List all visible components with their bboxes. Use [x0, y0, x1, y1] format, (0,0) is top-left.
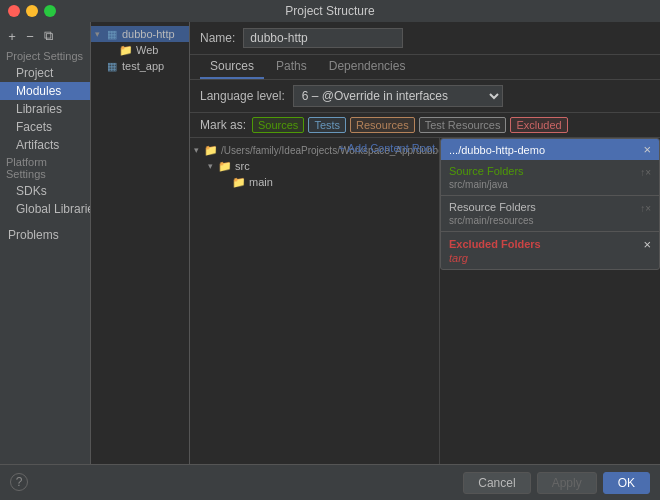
- tree-arrow-root: ▾: [194, 145, 204, 155]
- info-panel-close-icon[interactable]: ×: [643, 142, 651, 157]
- info-panel-header: .../dubbo-http-demo ×: [441, 139, 659, 160]
- source-folders-path: src/main/java: [449, 179, 651, 190]
- tabs-row: Sources Paths Dependencies: [190, 55, 660, 80]
- content-panel: Name: Sources Paths Dependencies Languag…: [190, 22, 660, 464]
- tree-item-web[interactable]: 📁 Web: [91, 42, 189, 58]
- maximize-button[interactable]: [44, 5, 56, 17]
- help-icon: ?: [16, 475, 23, 489]
- sidebar-item-artifacts[interactable]: Artifacts: [0, 136, 90, 154]
- language-level-label: Language level:: [200, 89, 285, 103]
- excluded-folders-section: Excluded Folders × targ: [441, 232, 659, 269]
- tree-label-testapp: test_app: [122, 60, 164, 72]
- apply-button[interactable]: Apply: [537, 472, 597, 494]
- title-bar: Project Structure: [0, 0, 660, 22]
- resource-folders-section: Resource Folders ↑× src/main/resources: [441, 196, 659, 232]
- language-level-select[interactable]: 6 – @Override in interfaces 7 – Diamonds…: [293, 85, 503, 107]
- module-icon-dubbo: ▦: [105, 27, 119, 41]
- tree-label-dubbo: dubbo-http: [122, 28, 175, 40]
- platform-settings-label: Platform Settings: [0, 154, 90, 182]
- tree-label-web: Web: [136, 44, 158, 56]
- tree-item-testapp[interactable]: ▦ test_app: [91, 58, 189, 74]
- sidebar-item-facets[interactable]: Facets: [0, 118, 90, 136]
- folder-icon-src: 📁: [218, 159, 232, 173]
- language-level-row: Language level: 6 – @Override in interfa…: [190, 80, 660, 113]
- window-title: Project Structure: [285, 4, 374, 18]
- file-tree: ▾ 📁 /Users/family/IdeaProjects/Workspace…: [190, 138, 440, 464]
- name-label: Name:: [200, 31, 235, 45]
- file-item-main[interactable]: 📁 main: [190, 174, 439, 190]
- sidebar-toolbar: + − ⧉: [0, 26, 90, 46]
- source-shortcut: ↑×: [640, 167, 651, 178]
- folder-icon-main: 📁: [232, 175, 246, 189]
- sidebar-item-global-libraries[interactable]: Global Libraries: [0, 200, 90, 218]
- mark-badge-sources[interactable]: Sources: [252, 117, 304, 133]
- mark-badge-testresources[interactable]: Test Resources: [419, 117, 507, 133]
- mark-as-label: Mark as:: [200, 118, 246, 132]
- file-item-src[interactable]: ▾ 📁 src: [190, 158, 439, 174]
- folder-icon-web: 📁: [119, 43, 133, 57]
- source-folders-row: Source Folders ↑×: [449, 165, 651, 179]
- sidebar-item-libraries[interactable]: Libraries: [0, 100, 90, 118]
- excluded-folders-row: Excluded Folders ×: [449, 237, 651, 252]
- sidebar-item-problems[interactable]: Problems: [0, 226, 90, 244]
- remove-icon[interactable]: −: [22, 28, 38, 44]
- source-folders-section: Source Folders ↑× src/main/java: [441, 160, 659, 196]
- excluded-text: targ: [449, 252, 651, 264]
- tab-dependencies[interactable]: Dependencies: [319, 55, 416, 79]
- sources-area: ▾ 📁 /Users/family/IdeaProjects/Workspace…: [190, 138, 660, 464]
- name-row: Name:: [190, 22, 660, 55]
- name-input[interactable]: [243, 28, 403, 48]
- tree-arrow-src: ▾: [208, 161, 218, 171]
- resource-folders-path: src/main/resources: [449, 215, 651, 226]
- tree-arrow-dubbo: ▾: [95, 29, 105, 39]
- copy-icon[interactable]: ⧉: [40, 28, 56, 44]
- window-controls[interactable]: [8, 5, 56, 17]
- main-content: + − ⧉ Project Settings Project Modules L…: [0, 22, 660, 464]
- excluded-folders-label: Excluded Folders: [449, 238, 541, 250]
- add-icon[interactable]: +: [4, 28, 20, 44]
- tree-item-dubbo-http[interactable]: ▾ ▦ dubbo-http: [91, 26, 189, 42]
- sidebar: + − ⧉ Project Settings Project Modules L…: [0, 22, 90, 464]
- folder-icon-root: 📁: [204, 143, 218, 157]
- info-panel-title: .../dubbo-http-demo: [449, 144, 545, 156]
- source-folders-label: Source Folders: [449, 165, 524, 177]
- cancel-button[interactable]: Cancel: [463, 472, 530, 494]
- mark-badge-excluded[interactable]: Excluded: [510, 117, 567, 133]
- info-panel: .../dubbo-http-demo × Source Folders ↑× …: [440, 138, 660, 270]
- tab-paths[interactable]: Paths: [266, 55, 317, 79]
- module-tree-panel: ▾ ▦ dubbo-http 📁 Web ▦ test_app: [90, 22, 190, 464]
- tab-sources[interactable]: Sources: [200, 55, 264, 79]
- add-content-root-btn[interactable]: + Add Content Root: [339, 142, 435, 154]
- mark-badge-resources[interactable]: Resources: [350, 117, 415, 133]
- sidebar-item-modules[interactable]: Modules: [0, 82, 90, 100]
- excluded-close-icon[interactable]: ×: [643, 237, 651, 252]
- resource-shortcut: ↑×: [640, 203, 651, 214]
- mark-as-row: Mark as: Sources Tests Resources Test Re…: [190, 113, 660, 138]
- module-icon-testapp: ▦: [105, 59, 119, 73]
- mark-badge-tests[interactable]: Tests: [308, 117, 346, 133]
- sidebar-item-sdks[interactable]: SDKs: [0, 182, 90, 200]
- bottom-bar: ? Cancel Apply OK: [0, 464, 660, 500]
- main-label: main: [249, 176, 273, 188]
- sidebar-item-project[interactable]: Project: [0, 64, 90, 82]
- help-button[interactable]: ?: [10, 473, 28, 491]
- close-button[interactable]: [8, 5, 20, 17]
- resource-folders-label: Resource Folders: [449, 201, 536, 213]
- project-settings-label: Project Settings: [0, 48, 90, 64]
- resource-folders-row: Resource Folders ↑×: [449, 201, 651, 215]
- src-label: src: [235, 160, 250, 172]
- minimize-button[interactable]: [26, 5, 38, 17]
- ok-button[interactable]: OK: [603, 472, 650, 494]
